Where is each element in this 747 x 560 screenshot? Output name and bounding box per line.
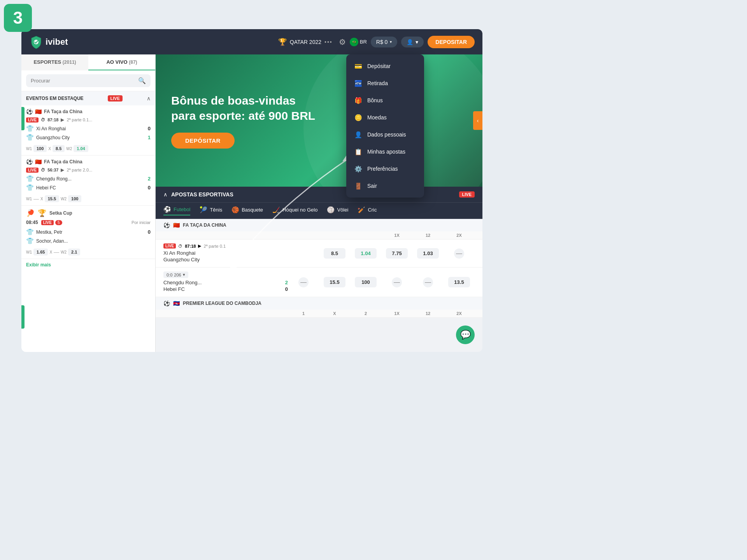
dropdown-item-preferencias[interactable]: ⚙️ Preferências (346, 160, 424, 177)
sports-section: ∧ APOSTAS ESPORTIVAS LIVE ⚽ Futebol 🎾 Tê… (156, 187, 482, 219)
league-row-cambodja: ⚽ 🇰🇭 PREMIER LEAGUE DO CAMBODJA (156, 297, 482, 310)
tab-futebol[interactable]: ⚽ Futebol (163, 206, 190, 215)
search-wrap: 🔍 (26, 74, 151, 87)
odd-button-135[interactable]: 13.5 (448, 277, 470, 287)
table-match2-teams: Chengdu Rong... 2 Hebei FC 0 (163, 280, 288, 292)
dropdown-item-apostas[interactable]: 📋 Minhas apostas (346, 143, 424, 160)
step-badge: 3 (4, 4, 32, 32)
depositar-icon: 💳 (354, 62, 363, 70)
tab-hoquei[interactable]: 🏒 Hóquei no Gelo (272, 206, 317, 215)
sidebar-accent-top (21, 107, 25, 130)
language-selector[interactable]: 🇧🇷 BR (350, 38, 367, 46)
dropdown-item-sair[interactable]: 🚪 Sair (346, 177, 424, 194)
tab-esportes[interactable]: ESPORTES (2011) (21, 54, 88, 70)
col-12: 12 (412, 233, 444, 238)
sports-header: ∧ APOSTAS ESPORTIVAS LIVE (156, 187, 482, 203)
odd-button-x[interactable]: 1.03 (417, 248, 439, 259)
search-input[interactable] (31, 78, 135, 84)
main-container: ivibet 🏆 QATAR 2022 ••• ⚙ 🇧🇷 BR R$ 0 ▾ 👤… (21, 29, 482, 352)
logo-text: ivibet (46, 37, 68, 47)
balance-button[interactable]: R$ 0 ▾ (371, 37, 398, 47)
col-2x-2: 2X (444, 311, 475, 316)
user-chevron: ▾ (416, 39, 418, 45)
user-menu-button[interactable]: 👤 ▾ (401, 37, 424, 47)
banner-text: Bônus de boas-vindas para esporte: até 9… (171, 93, 319, 149)
search-box: 🔍 (21, 70, 155, 91)
setka-team1: 👕 Mestka, Petr 0 (26, 228, 151, 236)
sair-icon: 🚪 (354, 182, 363, 190)
col-2: 2 (350, 311, 381, 316)
ping-pong-icon: 🏓 (26, 209, 35, 217)
dropdown-item-moedas[interactable]: 🪙 Moedas (346, 109, 424, 126)
cambodja-flag: 🇰🇭 (173, 300, 180, 306)
dropdown-item-depositar[interactable]: 💳 Depósitar (346, 58, 424, 75)
table-match1-timer: LIVE ⏱ 87:18 ▶ 2ª parte 0.1 (163, 243, 319, 248)
china-flag-table: 🇨🇳 (173, 222, 180, 228)
col-1: 1 (288, 311, 319, 316)
match1-timer: LIVE ⏱ 87:18 ▶ 2ª parte 0.1... (21, 116, 155, 123)
header-trophy: 🏆 QATAR 2022 ••• (278, 38, 333, 46)
header: ivibet 🏆 QATAR 2022 ••• ⚙ 🇧🇷 BR R$ 0 ▾ 👤… (21, 29, 482, 54)
tab-ao-vivo[interactable]: AO VIVO (87) (88, 54, 155, 70)
flag-cn-2: 🇨🇳 (35, 159, 42, 165)
sports-tabs: ⚽ Futebol 🎾 Tênis 🏀 Basquete 🏒 Hóquei no… (156, 203, 482, 219)
odd-minus-1[interactable]: — (298, 277, 309, 287)
col-1x: 1X (381, 233, 412, 238)
welcome-banner: Bônus de boas-vindas para esporte: até 9… (156, 54, 482, 187)
user-icon: 👤 (407, 39, 413, 45)
volei-icon: 🏐 (327, 206, 335, 214)
banner-deposit-button[interactable]: DEPÓSITAR (171, 133, 235, 149)
video-icon-1: ▶ (61, 117, 64, 122)
banner-collapse-button[interactable]: ‹ (473, 111, 482, 130)
score-chevron: ▾ (183, 272, 185, 277)
sidebar-setka: 🏓 🏆 Setka Cup 08:45 LIVE 5 Por iniciar (21, 206, 155, 259)
odd-button-1x[interactable]: 8.5 (324, 248, 345, 259)
tab-tenis[interactable]: 🎾 Tênis (200, 206, 222, 215)
deposit-button[interactable]: DEPOSITAR (428, 36, 475, 48)
dropdown-item-retirada[interactable]: 🏧 Retirada (346, 75, 424, 92)
trophy-icon-setka: 🏆 (38, 209, 46, 217)
chat-button[interactable]: 💬 (456, 326, 475, 344)
odd-cell-m1: — (288, 277, 319, 287)
match2-team2: 👕 Hebei FC 0 (26, 183, 151, 192)
match1-team1: 👕 Xi An Ronghai 0 (26, 124, 151, 133)
score-badge: 0:0 206 ▾ (163, 271, 188, 278)
gear-button[interactable]: ⚙ (339, 37, 346, 47)
odd-button-100[interactable]: 100 (355, 277, 377, 287)
odd-minus-3[interactable]: — (423, 277, 433, 287)
dropdown-item-dados[interactable]: 👤 Dados pessoais (346, 126, 424, 143)
flag-cn-1: 🇨🇳 (35, 108, 42, 115)
shirt-icon-5: 👕 (26, 228, 34, 236)
remove-button[interactable]: — (454, 248, 464, 259)
odd-cell-155: 15.5 (319, 277, 350, 287)
futebol-icon: ⚽ (163, 206, 171, 213)
bonus-icon: 🎁 (354, 96, 363, 105)
table-match1-teams: Xi An Ronghai Guangzhou City (163, 250, 319, 262)
exibir-mais-btn[interactable]: Exibir mais (21, 259, 155, 271)
sidebar-accent-bottom (21, 305, 25, 329)
setka-header: 🏓 🏆 Setka Cup (21, 206, 155, 219)
odd-button-155[interactable]: 15.5 (324, 277, 345, 287)
tab-criquete[interactable]: 🏏 Cric (358, 206, 377, 215)
dropdown-item-bonus[interactable]: 🎁 Bônus (346, 92, 424, 109)
events-section: EVENTOS EM DESTAQUE LIVE ∧ ⚽ 🇨🇳 FA Taça … (21, 91, 155, 271)
odd-cell-2x: 7.75 (381, 248, 412, 259)
odd-cell-m3: — (412, 277, 444, 287)
shirt-icon-3: 👕 (26, 175, 34, 182)
setka-info: 08:45 LIVE 5 Por iniciar (21, 219, 155, 227)
tab-basquete[interactable]: 🏀 Basquete (231, 206, 263, 215)
events-chevron[interactable]: ∧ (147, 95, 151, 102)
odd-button-2x[interactable]: 7.75 (386, 248, 408, 259)
moedas-icon: 🪙 (354, 113, 363, 122)
apostas-icon: 📋 (354, 147, 363, 156)
match1-odds: W1 100 X 8.5 W2 1.04 (21, 144, 155, 155)
odd-button-12[interactable]: 1.04 (355, 248, 377, 259)
logo: ivibet (29, 35, 68, 49)
setka-teams: 👕 Mestka, Petr 0 👕 Sochor, Adan... (21, 227, 155, 247)
odd-cell-m2: — (381, 277, 412, 287)
odd-minus-2[interactable]: — (392, 277, 402, 287)
odd-cell-135: 13.5 (444, 277, 475, 287)
tab-volei[interactable]: 🏐 Vôlei (327, 206, 348, 215)
dados-icon: 👤 (354, 130, 363, 139)
col-1x-2: 1X (381, 311, 412, 316)
